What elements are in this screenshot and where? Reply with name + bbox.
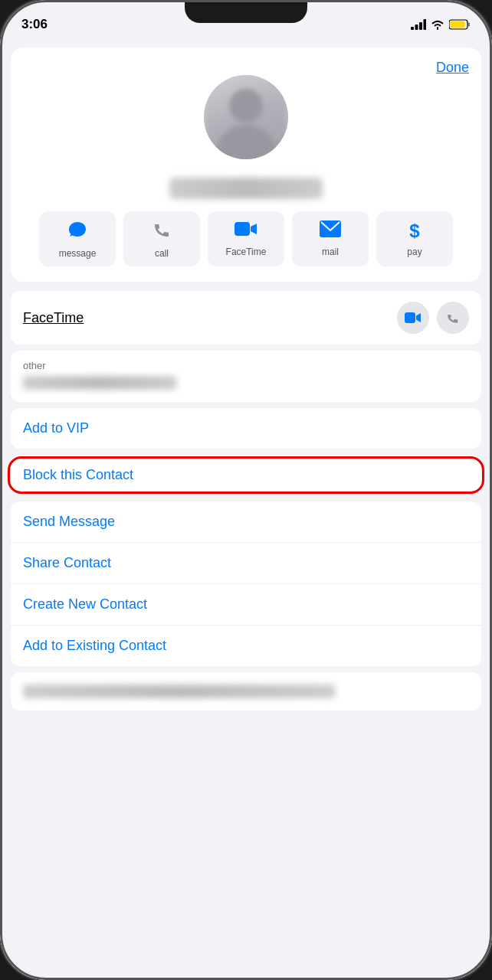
facetime-section-card: FaceTime bbox=[11, 291, 481, 345]
svg-rect-6 bbox=[451, 21, 465, 28]
create-new-contact-item[interactable]: Create New Contact bbox=[11, 584, 481, 626]
send-message-item[interactable]: Send Message bbox=[11, 501, 481, 543]
message-label: message bbox=[59, 248, 97, 259]
message-icon bbox=[67, 220, 87, 243]
done-button[interactable]: Done bbox=[436, 60, 469, 76]
facetime-audio-button[interactable] bbox=[437, 302, 469, 334]
svg-rect-9 bbox=[405, 312, 415, 323]
send-message-label: Send Message bbox=[23, 514, 115, 529]
avatar-container bbox=[23, 60, 469, 172]
call-icon bbox=[153, 220, 171, 243]
share-contact-label: Share Contact bbox=[23, 555, 111, 570]
mail-label: mail bbox=[322, 247, 339, 257]
avatar-head bbox=[229, 89, 263, 122]
svg-rect-0 bbox=[411, 27, 414, 30]
status-icons bbox=[411, 19, 471, 30]
block-contact-item[interactable]: Block this Contact bbox=[11, 455, 481, 495]
facetime-section-label: FaceTime bbox=[23, 310, 84, 326]
screen: 3:06 bbox=[0, 0, 492, 980]
contact-name bbox=[23, 178, 469, 199]
add-to-vip-label: Add to VIP bbox=[23, 420, 89, 436]
pay-label: pay bbox=[407, 247, 421, 257]
facetime-video-button[interactable] bbox=[397, 302, 429, 334]
add-to-vip-card: Add to VIP bbox=[11, 408, 481, 449]
mail-button[interactable]: mail bbox=[292, 211, 369, 266]
add-to-vip-item[interactable]: Add to VIP bbox=[11, 408, 481, 449]
facetime-video-icon bbox=[405, 312, 421, 324]
call-label: call bbox=[155, 248, 169, 259]
bottom-blurred-card bbox=[11, 672, 481, 710]
facetime-phone-icon bbox=[446, 311, 460, 325]
main-content: Done bbox=[0, 38, 492, 980]
avatar bbox=[204, 75, 288, 159]
pay-icon: $ bbox=[409, 220, 419, 242]
other-label: other bbox=[23, 360, 469, 371]
status-time: 3:06 bbox=[21, 17, 48, 32]
contact-header-card: Done bbox=[11, 47, 481, 282]
block-contact-label: Block this Contact bbox=[23, 467, 133, 482]
phone-frame: 3:06 bbox=[0, 0, 492, 980]
bottom-blurred-text bbox=[23, 684, 335, 698]
svg-rect-5 bbox=[468, 23, 471, 27]
action-buttons-row: message call bbox=[23, 211, 469, 266]
add-to-existing-item[interactable]: Add to Existing Contact bbox=[11, 626, 481, 666]
call-button[interactable]: call bbox=[123, 211, 200, 266]
other-value-blurred bbox=[23, 376, 176, 390]
mail-icon bbox=[320, 220, 341, 242]
svg-rect-1 bbox=[415, 24, 418, 30]
facetime-action-icons bbox=[397, 302, 469, 334]
add-to-existing-label: Add to Existing Contact bbox=[23, 638, 166, 653]
other-section: other bbox=[11, 351, 481, 402]
wifi-icon bbox=[431, 19, 444, 30]
create-new-contact-label: Create New Contact bbox=[23, 596, 147, 612]
svg-rect-2 bbox=[419, 22, 422, 30]
facetime-label: FaceTime bbox=[226, 247, 267, 257]
svg-rect-7 bbox=[235, 222, 250, 236]
signal-icon bbox=[411, 19, 426, 30]
more-actions-card: Send Message Share Contact Create New Co… bbox=[11, 501, 481, 666]
facetime-row: FaceTime bbox=[11, 291, 481, 345]
contact-name-blurred bbox=[169, 178, 323, 199]
facetime-button[interactable]: FaceTime bbox=[208, 211, 284, 266]
notch bbox=[185, 0, 307, 23]
pay-button[interactable]: $ pay bbox=[376, 211, 453, 266]
share-contact-item[interactable]: Share Contact bbox=[11, 543, 481, 584]
svg-rect-3 bbox=[424, 19, 427, 30]
facetime-icon bbox=[235, 220, 257, 242]
message-button[interactable]: message bbox=[39, 211, 116, 266]
battery-icon bbox=[449, 19, 471, 30]
block-contact-card: Block this Contact bbox=[11, 455, 481, 495]
